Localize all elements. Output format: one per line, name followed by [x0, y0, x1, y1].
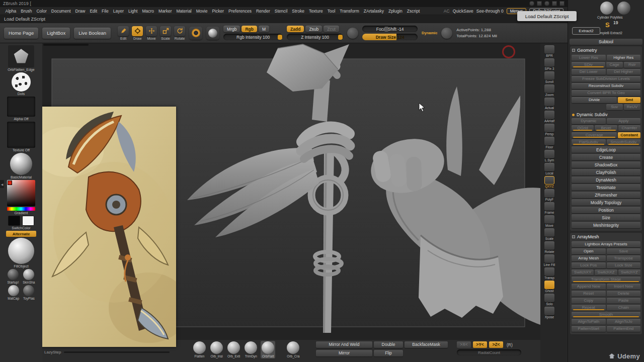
lightbox-button[interactable]: LightBox	[42, 28, 70, 39]
brush-orb-exti[interactable]: Orb_Exti	[226, 341, 241, 358]
menu-marker[interactable]: Marker	[156, 9, 174, 14]
menu-color[interactable]: Color	[34, 9, 49, 14]
menu-zartalasky[interactable]: ZArtalasky	[361, 9, 386, 14]
see-through-slider[interactable]: See-through 0	[476, 9, 504, 14]
button-flatsubdiv[interactable]: FlatSubdiv	[572, 139, 606, 145]
shelf-lsym[interactable]: L.Sym	[542, 150, 557, 162]
axis-z-button[interactable]: >Z<	[489, 341, 503, 348]
button-lock-size[interactable]: Lock Size	[607, 262, 641, 268]
menu-preferences[interactable]: Preferences	[226, 9, 254, 14]
slider-handle-icon[interactable]	[278, 35, 282, 40]
button-chain[interactable]: Chain	[607, 305, 641, 311]
menu-render[interactable]: Render	[254, 9, 272, 14]
button-coverage[interactable]: Coverage	[572, 132, 617, 138]
shelf-scroll[interactable]: Scroll	[542, 71, 557, 84]
button-constant[interactable]: Constant	[618, 132, 640, 138]
alternate-button[interactable]: Alternate	[6, 231, 36, 237]
radialcount-slider[interactable]: RadialCount	[457, 349, 521, 355]
shelf-spix[interactable]: SPix 3	[542, 58, 557, 71]
section-claypolish[interactable]: ClayPolish	[572, 169, 640, 175]
menu-file[interactable]: File	[100, 9, 111, 14]
m-button[interactable]: M	[259, 26, 269, 32]
mrgb-button[interactable]: Mrgb	[223, 26, 240, 32]
shelf-scale[interactable]: Scale	[542, 228, 557, 241]
zcut-button[interactable]: Zcut	[324, 26, 339, 32]
material-ball-icon[interactable]	[206, 27, 219, 40]
button-reset[interactable]: Reset	[572, 291, 606, 297]
brush-trimdyn[interactable]: TrimDyn	[244, 341, 258, 358]
section-tessimate[interactable]: Tessimate	[572, 184, 640, 191]
z-intensity-slider[interactable]: Z Intensity 100	[287, 34, 343, 40]
alpha-current[interactable]: OrbFlatten_Edge	[8, 45, 34, 71]
switchcolor-slot[interactable]: SwitchColor	[8, 216, 34, 230]
section-dynamesh[interactable]: DynaMesh	[572, 176, 640, 183]
axis-y-button[interactable]: >Y<	[473, 341, 487, 348]
button-del-higher[interactable]: Del Higher	[607, 69, 641, 75]
mirror-and-weld-button[interactable]: Mirror And Weld	[316, 341, 372, 348]
zadd-button[interactable]: Zadd	[287, 26, 304, 32]
shelf-solo[interactable]: Solo	[542, 294, 557, 306]
alpha-off-slot[interactable]: Alpha Off	[7, 97, 35, 121]
menu-picker[interactable]: Picker	[210, 9, 226, 14]
section-edgeloop[interactable]: EdgeLoop	[572, 146, 640, 153]
button-divide[interactable]: Divide	[572, 97, 617, 103]
user-icon[interactable]	[544, 1, 549, 6]
button-suv[interactable]: Suv	[606, 104, 623, 110]
button-del-lower[interactable]: Del Lower	[572, 69, 606, 75]
shelf-ghost[interactable]: Ghost	[542, 281, 557, 293]
hue-bar[interactable]	[7, 207, 35, 211]
button-apply[interactable]: Apply	[607, 118, 641, 124]
subtool-header[interactable]: Subtool	[570, 39, 642, 45]
axis-x-button[interactable]: >X<	[457, 341, 471, 348]
shelf-polyf[interactable]: PolyF	[542, 189, 557, 202]
shelf-transp[interactable]: Transp	[542, 267, 557, 280]
draw-size-slider[interactable]: Draw Size 124	[362, 34, 418, 40]
tool-thumb-icon[interactable]	[600, 2, 613, 15]
button-patternend[interactable]: PatternEnd	[607, 326, 641, 332]
section-modify-topology[interactable]: Modify Topology	[572, 199, 640, 206]
shelf-persp[interactable]: Persp	[542, 124, 557, 136]
canvas-scrollbar[interactable]	[43, 44, 89, 46]
menu-alpha[interactable]: Alpha	[3, 9, 19, 14]
button-paste[interactable]: Paste	[607, 298, 641, 304]
button-reuv[interactable]: ReUV	[624, 104, 640, 110]
shelf-frame[interactable]: Frame	[542, 202, 557, 215]
material-preset-matcap[interactable]: MatCap	[8, 285, 19, 300]
brush-ring-icon[interactable]	[189, 27, 202, 40]
shelf-zoom[interactable]: Zoom	[542, 84, 557, 97]
shelf-xpose[interactable]: Xpose	[542, 307, 557, 319]
slider-handle-icon[interactable]	[384, 27, 388, 32]
mode-move-button[interactable]: Move	[146, 26, 157, 40]
button-smooth[interactable]: Smooth	[572, 312, 640, 318]
layout-icon[interactable]	[552, 1, 557, 6]
brush-orbflatt[interactable]: OrbFlatt	[261, 341, 275, 358]
stroke-current[interactable]: Dots	[12, 72, 31, 96]
menu-layer[interactable]: Layer	[111, 9, 126, 14]
shelf-rotate[interactable]: Rotate	[542, 241, 557, 254]
mode-edit-button[interactable]: Edit	[118, 26, 129, 40]
button-switchyz[interactable]: SwitchYZ	[618, 269, 640, 276]
shelf-linefill[interactable]: Line Fill	[542, 254, 557, 267]
menu-light[interactable]: Light	[126, 9, 140, 14]
button-patternstart[interactable]: PatternStart	[572, 326, 606, 332]
home-page-button[interactable]: Home Page	[4, 28, 38, 39]
material-preset-skinshade[interactable]: SkinSha	[23, 269, 35, 284]
button-open[interactable]: Open	[572, 248, 606, 254]
button-append-new[interactable]: Append New	[572, 284, 606, 290]
color-sv-square[interactable]	[7, 180, 35, 206]
rgb-intensity-slider[interactable]: Rgb Intensity 100	[223, 34, 283, 40]
slider-handle-icon[interactable]	[338, 35, 343, 40]
button-convert-bpr-to-geo[interactable]: Convert BPR To Geo	[572, 90, 640, 96]
extract2-button[interactable]: Extract2	[572, 27, 600, 35]
button-save[interactable]: Save	[607, 248, 641, 254]
section-size[interactable]: Size	[572, 214, 640, 221]
quicksave-button[interactable]: QuickSave	[453, 9, 473, 14]
tool-thumb2-icon[interactable]	[617, 2, 630, 15]
menu-transform[interactable]: Transform	[338, 9, 361, 14]
button-lower-res[interactable]: Lower Res	[572, 55, 606, 61]
button-rstr[interactable]: Rstr	[624, 62, 640, 68]
button-chamfer[interactable]: Chamfer	[618, 125, 640, 131]
button-insert-new[interactable]: Insert New	[607, 284, 641, 290]
menu-material[interactable]: Material	[174, 9, 194, 14]
button-smoothsubdiv[interactable]: SmoothSubdiv	[607, 139, 641, 145]
